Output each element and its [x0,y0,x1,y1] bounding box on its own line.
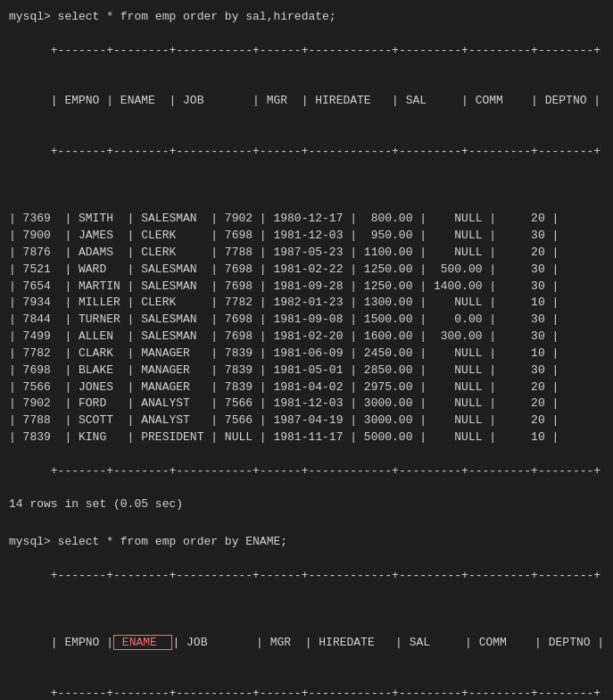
q1-sep-mid: +-------+--------+-----------+------+---… [51,145,601,158]
q2-header-rest: | JOB | MGR | HIREDATE | SAL | COMM | DE… [172,636,604,649]
q2-header-empno: | EMPNO | [51,636,113,649]
query2-prompt: mysql> select * from emp order by ENAME; [9,534,604,551]
table-row: | 7499 | ALLEN | SALESMAN | 7698 | 1981-… [9,329,604,346]
q2-sep-top: +-------+--------+-----------+------+---… [51,569,601,582]
table-row: | 7839 | KING | PRESIDENT | NULL | 1981-… [9,429,604,446]
table-row: | 7782 | CLARK | MANAGER | 7839 | 1981-0… [9,346,604,362]
table-row: | 7788 | SCOTT | ANALYST | 7566 | 1987-0… [9,412,604,429]
q1-sep-bot: +-------+--------+-----------+------+---… [51,464,601,478]
query1-prompt: mysql> select * from emp order by sal,hi… [9,9,604,26]
table-row: | 7902 | FORD | ANALYST | 7566 | 1981-12… [9,396,604,412]
query1-result: 14 rows in set (0.05 sec) [9,496,604,513]
table-row: | 7934 | MILLER | CLERK | 7782 | 1982-01… [9,295,604,312]
table-row: | 7521 | WARD | SALESMAN | 7698 | 1981-0… [9,262,604,279]
q2-sep-mid: +-------+--------+-----------+------+---… [51,687,601,700]
query1-table: +-------+--------+-----------+------+---… [9,26,604,497]
q1-rows: | 7369 | SMITH | SALESMAN | 7902 | 1980-… [9,211,604,446]
table-row: | 7900 | JAMES | CLERK | 7698 | 1981-12-… [9,228,604,245]
q2-header-ename: ENAME [113,635,172,650]
query1-prompt-text: mysql> select * from emp order by sal,hi… [9,10,336,23]
table-row: | 7698 | BLAKE | MANAGER | 7839 | 1981-0… [9,362,604,379]
query1-section: mysql> select * from emp order by sal,hi… [9,9,604,513]
table-row: | 7844 | TURNER | SALESMAN | 7698 | 1981… [9,312,604,329]
query2-section: mysql> select * from emp order by ENAME;… [9,534,604,700]
query2-table: +-------+--------+-----------+------+---… [9,551,604,700]
q1-sep-top: +-------+--------+-----------+------+---… [51,44,601,57]
query2-prompt-text: mysql> select * from emp order by ENAME; [9,535,287,548]
table-row: | 7369 | SMITH | SALESMAN | 7902 | 1980-… [9,211,604,228]
table-row: | 7566 | JONES | MANAGER | 7839 | 1981-0… [9,379,604,396]
table-row: | 7654 | MARTIN | SALESMAN | 7698 | 1981… [9,279,604,296]
terminal: mysql> select * from emp order by sal,hi… [9,9,604,700]
q1-header: | EMPNO | ENAME | JOB | MGR | HIREDATE |… [51,94,601,107]
table-row: | 7876 | ADAMS | CLERK | 7788 | 1987-05-… [9,245,604,262]
